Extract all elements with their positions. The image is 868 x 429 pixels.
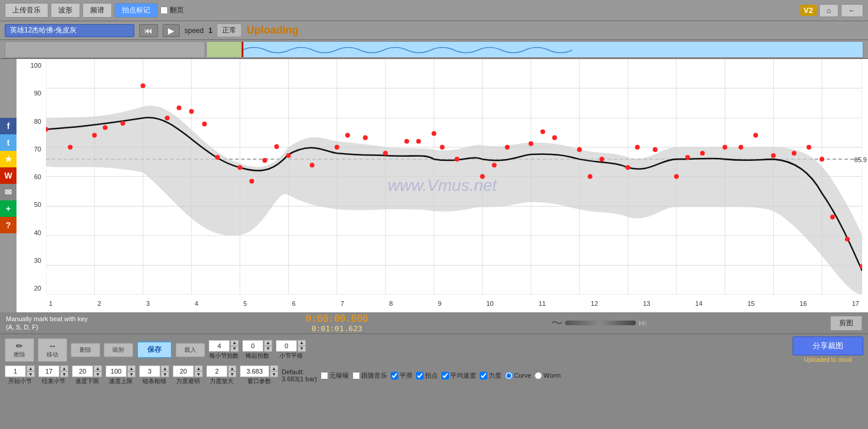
delete-button[interactable]: 删除 <box>71 343 100 357</box>
window-param-input[interactable] <box>240 365 269 377</box>
star-icon[interactable]: ★ <box>0 151 16 167</box>
smooth-checkbox[interactable] <box>391 372 398 380</box>
speed-min-down[interactable]: ▼ <box>94 371 102 377</box>
speed-end-input[interactable] <box>38 365 60 377</box>
avgspeed-checkbox-label[interactable]: 平均速度 <box>441 371 476 380</box>
no-noise-checkbox-label[interactable]: 元噪噪 <box>321 371 349 380</box>
beat-hint-line2: (A, S, D, F) <box>6 323 88 331</box>
svg-point-45 <box>335 145 339 150</box>
normal-button[interactable]: 正常 <box>217 24 242 37</box>
speed-max-down[interactable]: ▼ <box>127 371 136 377</box>
song-name-input[interactable] <box>5 24 134 37</box>
worm-radio[interactable] <box>534 372 542 380</box>
speed-start-up[interactable]: ▲ <box>27 365 35 371</box>
svg-point-33 <box>141 84 146 88</box>
x-label-14: 14 <box>695 300 702 307</box>
beat-hint-line1: Manually mark beat with key <box>6 315 88 323</box>
move-button[interactable]: ↔ 移动 <box>38 338 67 362</box>
beat-per-bar-down[interactable]: ▼ <box>230 346 239 352</box>
lianjie-down[interactable]: ▼ <box>264 346 272 352</box>
speed-max-input[interactable] <box>105 365 127 377</box>
lianjie-input[interactable] <box>242 340 263 352</box>
beat-button[interactable]: 拍点标记 <box>114 3 158 18</box>
speed-min-input[interactable] <box>72 365 93 377</box>
accompany-checkbox-label[interactable]: 跟随音乐 <box>352 371 387 380</box>
absorb-button[interactable]: 吸附 <box>104 343 133 357</box>
window-param-arrows: ▲ ▼ <box>270 365 278 377</box>
lianjie-label: 蜷起拍数 <box>246 352 269 360</box>
twitter-icon[interactable]: t <box>0 134 16 151</box>
wave-slider[interactable] <box>565 321 636 325</box>
speed-end-up[interactable]: ▲ <box>60 365 68 371</box>
svg-point-69 <box>722 145 727 150</box>
worm-radio-label[interactable]: Worm <box>534 372 560 380</box>
upload-music-button[interactable]: 上传音乐 <box>5 3 48 18</box>
pitch-button[interactable]: 频谱 <box>82 3 112 18</box>
force-min-down[interactable]: ▼ <box>194 371 203 377</box>
speed-end-down[interactable]: ▼ <box>60 371 68 377</box>
force-checkbox[interactable] <box>480 372 487 380</box>
bar-step-down[interactable]: ▼ <box>298 346 306 352</box>
force-max-up[interactable]: ▲ <box>228 365 236 371</box>
window-param-down[interactable]: ▼ <box>270 371 278 377</box>
bar-step-input[interactable] <box>276 340 297 352</box>
save-button[interactable]: 保存 <box>137 341 172 358</box>
line-thick-down[interactable]: ▼ <box>161 371 169 377</box>
accompany-checkbox[interactable] <box>352 372 360 380</box>
play-button[interactable]: ▶ <box>163 24 180 37</box>
delete-label: 删除 <box>80 346 91 354</box>
lianjie-up[interactable]: ▲ <box>264 340 272 346</box>
speed-start-input[interactable] <box>5 365 26 377</box>
weibo-icon[interactable]: W <box>0 167 16 184</box>
bar-step-up[interactable]: ▲ <box>298 340 306 346</box>
force-checkbox-label[interactable]: 力度 <box>480 371 501 380</box>
speed-start-down[interactable]: ▼ <box>27 371 35 377</box>
waveform-button[interactable]: 波形 <box>51 3 80 18</box>
fenshucaitu-button[interactable]: 分享裁图 <box>793 336 863 355</box>
speed-max-up[interactable]: ▲ <box>127 365 136 371</box>
email-icon[interactable]: ✉ <box>0 184 16 200</box>
beat-per-bar-up[interactable]: ▲ <box>230 340 239 346</box>
facebook-icon[interactable]: f <box>0 118 16 134</box>
load-button[interactable]: 载入 <box>176 343 205 357</box>
line-thick-up[interactable]: ▲ <box>161 365 169 371</box>
worm-label: Worm <box>543 372 560 379</box>
erase-icon: ✏ <box>16 341 23 351</box>
home-button[interactable]: ⌂ <box>819 4 839 17</box>
y-label-100: 100 <box>19 62 44 69</box>
plus-icon[interactable]: + <box>0 200 16 217</box>
force-max-down[interactable]: ▼ <box>228 371 236 377</box>
smooth-label: 平滑 <box>400 371 412 380</box>
waveform-mini: 〜 ⏭ <box>551 315 648 331</box>
speed-end-label: 结束小节 <box>42 377 65 385</box>
line-thick-input[interactable] <box>139 365 160 377</box>
no-noise-checkbox[interactable] <box>321 372 328 380</box>
line-thick-label: 链条粗细 <box>143 377 166 385</box>
back-button[interactable]: ← <box>841 4 863 17</box>
beatpoint-checkbox-label[interactable]: 拍点 <box>416 371 438 380</box>
smooth-checkbox-label[interactable]: 平滑 <box>391 371 412 380</box>
waveform-track[interactable] <box>206 41 863 58</box>
curve-radio-label[interactable]: Curve <box>505 372 531 380</box>
avgspeed-checkbox[interactable] <box>441 372 449 380</box>
help-icon[interactable]: ? <box>0 217 16 233</box>
beat-per-bar-input[interactable] <box>209 340 230 352</box>
force-min-input[interactable] <box>173 365 194 377</box>
prev-button[interactable]: ⏮ <box>139 24 158 37</box>
erase-button[interactable]: ✏ 擦除 <box>5 338 34 362</box>
force-min-arrows: ▲ ▼ <box>194 365 203 377</box>
lianjie-group: ▲ ▼ 蜷起拍数 <box>242 340 272 360</box>
svg-point-56 <box>505 145 510 150</box>
svg-point-76 <box>830 214 835 219</box>
jiandao-button[interactable]: 剪图 <box>830 316 862 331</box>
force-max-input[interactable] <box>206 365 227 377</box>
line-thick-spinner: ▲ ▼ <box>139 365 169 377</box>
svg-point-37 <box>202 121 207 126</box>
flip-checkbox[interactable] <box>160 6 168 14</box>
curve-radio[interactable] <box>505 372 513 380</box>
window-param-up[interactable]: ▲ <box>270 365 278 371</box>
speed-min-up[interactable]: ▲ <box>94 365 102 371</box>
beatpoint-checkbox[interactable] <box>416 372 424 380</box>
svg-point-32 <box>120 121 125 126</box>
force-min-up[interactable]: ▲ <box>194 365 203 371</box>
